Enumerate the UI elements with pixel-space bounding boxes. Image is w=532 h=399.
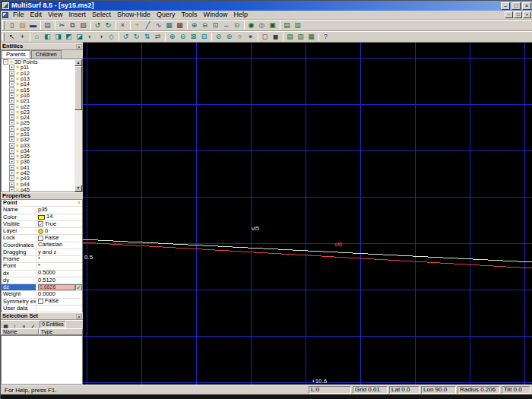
property-value-layer[interactable]: 0 [36, 228, 82, 234]
drawing-canvas[interactable]: vl5vl60.5+10.6 [83, 43, 532, 385]
save-icon[interactable]: ▬ [28, 21, 38, 30]
toolbar-grip[interactable] [2, 33, 5, 41]
open-icon[interactable]: ▨ [17, 21, 27, 30]
insert-curve-icon[interactable]: ∿ [154, 21, 163, 30]
view-left-icon[interactable]: ◐ [85, 32, 95, 42]
wireframe-icon[interactable]: ◻ [260, 32, 270, 42]
collapse-icon[interactable]: − [3, 59, 8, 65]
property-value-frame[interactable]: * [36, 256, 82, 262]
undo-icon[interactable]: ↺ [93, 21, 103, 30]
pan-icon[interactable]: ↔ [221, 21, 231, 30]
expand-icon[interactable]: + [9, 87, 14, 93]
expand-icon[interactable]: + [9, 148, 14, 154]
zoom-all-icon[interactable]: ⊠ [188, 32, 198, 42]
expand-icon[interactable]: + [9, 126, 14, 131]
tree-item-p14[interactable]: +×p14 [2, 81, 74, 87]
tab-parents[interactable]: Parents [2, 50, 30, 59]
tree-item-root[interactable]: −×3D Points [2, 59, 74, 65]
tree-item-p44[interactable]: +×p44 [2, 182, 74, 187]
selection-list[interactable] [1, 335, 83, 385]
expand-icon[interactable]: + [9, 170, 14, 176]
view-top-icon[interactable]: ◩ [64, 32, 74, 42]
dz-edit-field[interactable]: 0.6826 [38, 284, 75, 290]
new-icon[interactable]: ▯ [7, 21, 17, 30]
redo-icon[interactable]: ↻ [103, 21, 113, 30]
tree-item-p13[interactable]: +×p13 [2, 76, 74, 81]
clip-plane-icon[interactable]: ⊘ [214, 32, 223, 42]
zoom-in-icon[interactable]: ⊕ [189, 21, 199, 30]
expand-icon[interactable]: + [9, 115, 14, 120]
zoom-out-icon[interactable]: ⊖ [200, 21, 210, 30]
insert-surface-icon[interactable]: ▦ [164, 21, 174, 30]
tree-item-p12[interactable]: +×p12 [2, 71, 74, 76]
symmetry-exempt-checkbox[interactable] [38, 299, 43, 304]
property-value-point[interactable]: * [36, 263, 82, 269]
tree-item-p21[interactable]: +×p21 [2, 98, 74, 103]
select-arrow-icon[interactable]: ↖ [7, 32, 17, 42]
view-right-icon[interactable]: ◑ [96, 32, 106, 42]
close-button[interactable]: × [522, 2, 531, 10]
curve-vl6[interactable] [83, 242, 532, 268]
property-value-lock[interactable]: False [36, 235, 82, 241]
report-hydro-icon[interactable]: ▥ [296, 32, 306, 42]
menu-show-hide[interactable]: Show-Hide [114, 11, 154, 19]
context-help-icon[interactable]: ? [321, 32, 331, 42]
expand-icon[interactable]: + [9, 154, 14, 159]
property-value-name[interactable]: p35 [36, 207, 82, 213]
maximize-button[interactable]: □ [511, 2, 521, 10]
view-bottom-icon[interactable]: ◪ [74, 32, 84, 42]
property-value-dragging[interactable]: y and z [36, 249, 82, 255]
view-front-icon[interactable]: ◧ [43, 32, 52, 42]
scrollbar-thumb[interactable] [74, 66, 82, 110]
copy-icon[interactable]: ⧉ [68, 21, 78, 30]
tree-scrollbar[interactable]: ▲ ▼ [74, 59, 82, 192]
menu-insert[interactable]: Insert [65, 11, 89, 19]
expand-icon[interactable]: + [9, 159, 14, 164]
tab-children[interactable]: Children [31, 50, 62, 59]
tree-item-p31[interactable]: +×p31 [2, 131, 74, 137]
tree-item-p16[interactable]: +×p16 [2, 93, 74, 98]
report-offsets-icon[interactable]: ▤ [285, 32, 295, 42]
property-value-symmetry-exempt[interactable]: False [36, 299, 82, 305]
expand-icon[interactable]: + [9, 187, 14, 192]
property-value-dy[interactable]: 0.5120 [36, 277, 82, 283]
toolbar-grip[interactable] [2, 21, 5, 30]
entities-report-icon[interactable]: ▤ [282, 21, 292, 30]
mdi-minimize-button[interactable]: – [505, 11, 513, 18]
zoom-previous-icon[interactable]: ⊟ [199, 32, 209, 42]
show-polygon-icon[interactable]: ● [245, 32, 255, 42]
expand-icon[interactable]: + [9, 131, 14, 137]
expand-icon[interactable]: + [9, 182, 14, 187]
tree-item-p15[interactable]: +×p15 [2, 87, 74, 92]
drag-mode-icon[interactable]: + [17, 32, 27, 42]
tree-item-p45[interactable]: +×p45 [2, 187, 74, 192]
insert-point-icon[interactable]: + [132, 21, 142, 30]
menu-select[interactable]: Select [89, 11, 114, 19]
expand-icon[interactable]: + [9, 109, 14, 115]
mdi-restore-button[interactable]: □ [514, 11, 522, 18]
expand-icon[interactable]: + [9, 81, 14, 87]
paste-icon[interactable]: ▧ [78, 21, 88, 30]
rotate-vertical-icon[interactable]: ⇅ [142, 32, 152, 42]
print-icon[interactable]: ▤ [43, 21, 52, 30]
view-iso-icon[interactable]: ◇ [106, 32, 116, 42]
expand-icon[interactable]: + [9, 71, 14, 76]
expand-icon[interactable]: + [9, 137, 14, 142]
tree-item-p22[interactable]: +×p22 [2, 103, 74, 109]
report-curvature-icon[interactable]: ▦ [306, 32, 316, 42]
rotate-horizontal-icon[interactable]: ⇄ [153, 32, 163, 42]
column-header-name[interactable]: Name [1, 328, 39, 335]
column-header-type[interactable]: Type [39, 328, 83, 335]
menu-window[interactable]: Window [200, 11, 230, 19]
scroll-down-icon[interactable]: ▼ [74, 185, 82, 192]
tree-item-p33[interactable]: +×p33 [2, 142, 74, 147]
tree-item-p26[interactable]: +×p26 [2, 126, 74, 131]
section-view-icon[interactable]: ⊛ [224, 32, 234, 42]
minimize-button[interactable]: – [501, 2, 510, 10]
property-value-weight[interactable]: 0.0000 [36, 291, 82, 297]
tree-item-p23[interactable]: +×p23 [2, 109, 74, 115]
lock-checkbox[interactable] [38, 236, 43, 241]
rotate-left-icon[interactable]: ↺ [121, 32, 131, 42]
menu-view[interactable]: View [45, 11, 65, 19]
scroll-up-icon[interactable]: ▲ [74, 59, 82, 66]
